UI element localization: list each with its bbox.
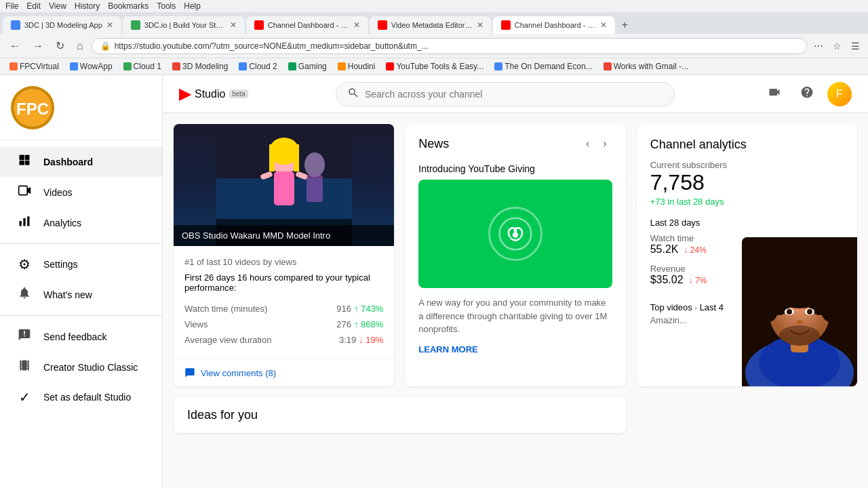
tab-close-5[interactable]: ✕ — [600, 20, 607, 30]
bookmark-favicon — [494, 62, 502, 70]
send-feedback-label: Send feedback — [43, 331, 106, 342]
refresh-button[interactable]: ↻ — [52, 37, 68, 55]
stat-label-watchtime: Watch time (minutes) — [184, 304, 267, 314]
feedback-icon — [16, 328, 33, 345]
set-default-label: Set as default Studio — [43, 392, 131, 403]
menu-bookmarks[interactable]: Bookmarks — [108, 1, 149, 11]
bookmark-favicon — [604, 62, 612, 70]
bookmark-cloud2[interactable]: Cloud 2 — [235, 60, 281, 73]
bookmark-cloud1[interactable]: Cloud 1 — [119, 60, 165, 73]
browser-tab-3[interactable]: Channel Dashboard - YouTube ✕ — [246, 16, 368, 34]
stat-row-watchtime: Watch time (minutes) 916 ↑ 743% — [184, 301, 383, 317]
tab-close-3[interactable]: ✕ — [353, 20, 360, 30]
bookmark-star-icon[interactable]: ☆ — [830, 38, 844, 54]
svg-point-40 — [796, 320, 803, 324]
browser-tab-2[interactable]: 3DC.io | Build Your Story ✕ — [123, 16, 245, 34]
topbar: ▶ Studio beta — [163, 75, 868, 113]
stat-down-icon: ↓ 19% — [359, 335, 383, 345]
svg-point-35 — [820, 288, 840, 322]
bookmark-wowapp[interactable]: WowApp — [66, 60, 117, 73]
extensions-icon[interactable]: ⋯ — [811, 38, 826, 54]
svg-point-25 — [513, 232, 518, 238]
sidebar-item-whats-new[interactable]: What's new — [0, 279, 162, 310]
svg-rect-5 — [20, 161, 25, 165]
browser-tab-5-active[interactable]: Channel Dashboard - YouTube ✕ — [493, 16, 615, 34]
menu-help[interactable]: Help — [184, 1, 201, 11]
search-icon — [347, 87, 359, 102]
tab-close-1[interactable]: ✕ — [106, 20, 113, 30]
channel-avatar[interactable]: FPC — [11, 86, 54, 129]
menu-edit[interactable]: Edit — [26, 1, 41, 11]
news-prev-button[interactable]: ‹ — [580, 135, 595, 152]
sidebar-item-settings[interactable]: ⚙ Settings — [0, 249, 162, 279]
search-input[interactable] — [365, 89, 663, 100]
last-28-label: Last 28 days — [650, 218, 844, 228]
view-comments-link[interactable]: View comments (8) — [174, 359, 394, 386]
stat-label-avgduration: Average view duration — [184, 335, 271, 345]
news-article-title: Introducing YouTube Giving — [405, 158, 625, 180]
sidebar-item-dashboard[interactable]: Dashboard — [0, 146, 162, 177]
browser-tab-1[interactable]: 3DC | 3D Modeling App ✕ — [3, 16, 121, 34]
svg-point-21 — [304, 152, 325, 177]
menu-view[interactable]: View — [49, 1, 66, 11]
sidebar-item-analytics[interactable]: Analytics — [0, 207, 162, 238]
tab-close-4[interactable]: ✕ — [477, 20, 484, 30]
tab-favicon — [254, 20, 264, 30]
stat-value-watchtime: 916 ↑ 743% — [336, 304, 383, 314]
menu-history[interactable]: History — [75, 1, 100, 11]
tab-close-2[interactable]: ✕ — [230, 20, 237, 30]
bookmark-label: 3D Modeling — [182, 62, 228, 71]
ideas-card: Ideas for you — [174, 397, 626, 433]
bookmark-label: Houdini — [348, 62, 376, 71]
yt-studio-logo: ▶ Studio beta — [179, 85, 248, 103]
help-button[interactable] — [795, 80, 819, 108]
app-container: FPC Dashboard Videos Analyt — [0, 75, 868, 488]
browser-toolbar: ← → ↻ ⌂ 🔒 https://studio.youtube.com/?ut… — [0, 34, 868, 58]
bookmark-favicon — [70, 62, 78, 70]
learn-more-link[interactable]: LEARN MORE — [405, 344, 625, 365]
sidebar-item-send-feedback[interactable]: Send feedback — [0, 321, 162, 352]
creator-studio-icon — [16, 359, 33, 375]
sidebar-item-set-default[interactable]: ✓ Set as default Studio — [0, 382, 162, 412]
address-bar[interactable]: 🔒 https://studio.youtube.com/?utm_source… — [92, 38, 807, 54]
menu-tools[interactable]: Tools — [157, 1, 176, 11]
sidebar-item-creator-studio[interactable]: Creator Studio Classic — [0, 352, 162, 382]
forward-button[interactable]: → — [28, 37, 47, 55]
news-next-button[interactable]: › — [597, 135, 612, 152]
bookmark-gmail[interactable]: Works with Gmail -... — [599, 60, 692, 73]
sidebar-item-videos[interactable]: Videos — [0, 177, 162, 207]
home-button[interactable]: ⌂ — [73, 37, 87, 55]
bookmark-label: Cloud 1 — [134, 62, 161, 71]
svg-point-41 — [779, 325, 820, 346]
bookmark-label: The On Demand Econ... — [505, 62, 592, 71]
browser-tab-4[interactable]: Video Metadata Editor - YouT... ✕ — [370, 16, 492, 34]
bookmark-ondemand[interactable]: The On Demand Econ... — [490, 60, 596, 73]
svg-rect-9 — [20, 221, 22, 226]
video-title-overlay: OBS Studio Wakaru MMD Model Intro — [174, 225, 394, 246]
new-tab-button[interactable]: + — [616, 16, 633, 34]
person-avatar-svg — [742, 237, 857, 386]
menu-file[interactable]: File — [5, 1, 18, 11]
sidebar-header: FPC — [0, 75, 162, 141]
menu-dots-icon[interactable]: ☰ — [848, 38, 863, 54]
back-button[interactable]: ← — [5, 37, 24, 55]
svg-rect-7 — [19, 186, 28, 195]
bookmark-youtube-tools[interactable]: YouTube Tools & Easy... — [382, 60, 488, 73]
create-button[interactable] — [762, 80, 787, 108]
stat-row-avgduration: Average view duration 3:19 ↓ 19% — [184, 332, 383, 348]
tab-title: 3DC | 3D Modeling App — [24, 21, 102, 29]
tab-favicon — [11, 20, 20, 30]
subscriber-change: +73 in last 28 days — [650, 197, 844, 207]
bookmark-favicon — [386, 62, 394, 70]
user-avatar[interactable]: F — [827, 82, 852, 106]
bookmark-3dmodeling[interactable]: 3D Modeling — [168, 60, 232, 73]
news-title: News — [418, 137, 449, 151]
stat-up-icon: ↑ 743% — [354, 304, 383, 314]
ssl-lock-icon: 🔒 — [100, 41, 111, 51]
bookmark-label: FPCVirtual — [20, 62, 59, 71]
bookmark-favicon — [9, 62, 18, 70]
search-bar[interactable] — [336, 82, 675, 106]
bookmark-fpcvirtual[interactable]: FPCVirtual — [5, 60, 63, 73]
bookmark-gaming[interactable]: Gaming — [284, 60, 331, 73]
bookmark-houdini[interactable]: Houdini — [334, 60, 380, 73]
